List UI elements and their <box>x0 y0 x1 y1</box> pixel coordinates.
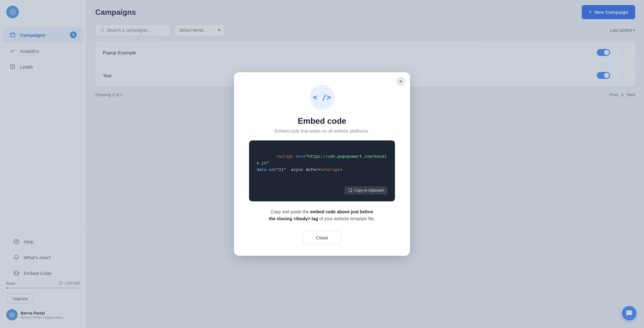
code-keyword-script-close: script <box>325 167 340 172</box>
svg-rect-10 <box>349 189 351 191</box>
description-bold2: the closing </body> tag <box>269 216 318 221</box>
modal-description: Copy and paste the embed code above just… <box>269 208 375 222</box>
copy-to-clipboard-button[interactable]: Copy to clipboard <box>344 186 387 194</box>
code-attr-dataid: data-id <box>257 167 274 172</box>
modal-title: Embed code <box>298 116 347 126</box>
description-suffix: of your website template file. <box>318 216 375 221</box>
copy-btn-label: Copy to clipboard <box>354 188 384 193</box>
embed-code-modal: ✕ < /> Embed code Embed code that works … <box>234 72 410 256</box>
code-icon: < /> <box>313 93 331 102</box>
modal-close-button[interactable]: ✕ <box>396 77 406 86</box>
clipboard-icon <box>348 188 353 193</box>
description-bold1: embed code above just before <box>310 209 374 214</box>
modal-subtitle: Embed code that works on all website pla… <box>275 128 369 134</box>
code-attr-src: src <box>296 154 303 159</box>
modal-icon-circle: < /> <box>309 85 335 110</box>
close-icon: ✕ <box>399 79 403 84</box>
close-modal-button[interactable]: Close <box>303 231 341 244</box>
code-keyword-script: <script <box>276 154 296 159</box>
modal-overlay: ✕ < /> Embed code Embed code that works … <box>0 0 644 328</box>
code-block: <script src="https://cdn.popupsmart.com/… <box>249 140 395 201</box>
code-text: <script src="https://cdn.popupsmart.com/… <box>257 147 387 180</box>
description-prefix: Copy and paste the <box>271 209 310 214</box>
code-value-id: 11 <box>279 167 284 172</box>
